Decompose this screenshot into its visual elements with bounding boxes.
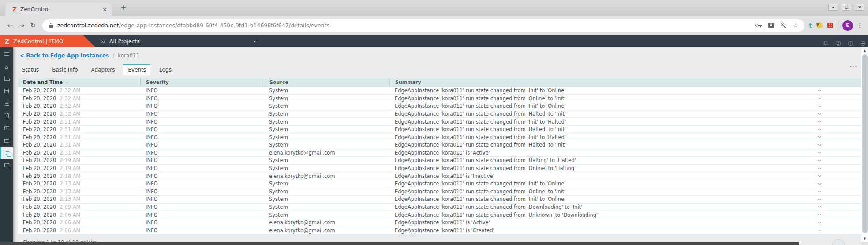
sidebar-item-box[interactable] (0, 85, 13, 97)
back-to-instances-link[interactable]: < Back to Edge App Instances (20, 53, 109, 59)
scroll-down-arrow-icon[interactable]: ▼ (861, 237, 868, 241)
date-text: Feb 20, 2020 (23, 196, 56, 202)
help-icon[interactable]: ? (848, 41, 853, 46)
red-x-extension-icon[interactable] (827, 23, 833, 28)
profile-avatar[interactable]: E (842, 20, 853, 31)
tab-adapters[interactable]: Adapters (87, 64, 120, 75)
browser-tab[interactable]: Z ZedControl × (5, 3, 112, 16)
tab-close-icon[interactable]: × (102, 6, 107, 13)
row-expand-chevron-icon[interactable] (818, 152, 821, 153)
row-expand-chevron-icon[interactable] (818, 129, 821, 130)
bell-icon[interactable] (823, 39, 828, 48)
column-header-source[interactable]: Source (264, 78, 389, 87)
sidebar-item-node[interactable] (0, 72, 13, 85)
vertical-scrollbar[interactable]: ▲ ▼ (861, 47, 868, 242)
user-circle-icon[interactable] (836, 41, 841, 46)
project-selector[interactable]: All Projects ▾ (101, 35, 256, 47)
tab-basic-info[interactable]: Basic Info (48, 64, 82, 75)
close-button[interactable]: × (855, 4, 864, 11)
row-expand-chevron-icon[interactable] (818, 206, 821, 207)
row-expand-chevron-icon[interactable] (818, 106, 821, 107)
row-expand-chevron-icon[interactable] (818, 199, 821, 200)
extension-t-icon[interactable]: t (809, 22, 812, 30)
tab-events[interactable]: Events (123, 64, 150, 75)
row-expand-chevron-icon[interactable] (818, 230, 821, 231)
table-row: Feb 20, 20202:31 AMINFOSystemEdgeAppInst… (18, 118, 861, 126)
cell-severity: INFO (140, 165, 264, 171)
cell-severity: INFO (140, 188, 264, 195)
cell-datetime: Feb 20, 20202:18 AM (18, 173, 140, 179)
cell-expand (817, 183, 861, 185)
table-row: Feb 20, 20202:13 AMINFOSystemEdgeAppInst… (18, 180, 861, 188)
cell-datetime: Feb 20, 20202:31 AM (18, 119, 140, 125)
cell-severity: INFO (140, 95, 264, 102)
sidebar-item-image[interactable] (0, 122, 13, 134)
globe-icon[interactable] (861, 41, 865, 46)
column-header-datetime[interactable]: Date and Time (18, 78, 140, 87)
sidebar-item-clipboard[interactable] (0, 109, 13, 122)
time-text: 2:19 AM (60, 165, 80, 171)
scroll-up-arrow-icon[interactable]: ▲ (861, 49, 868, 53)
time-text: 2:09 AM (60, 204, 80, 210)
cell-datetime: Feb 20, 20202:19 AM (18, 157, 140, 163)
table-row: Feb 20, 20202:18 AMINFOelena.korytko@gma… (18, 172, 861, 180)
row-expand-chevron-icon[interactable] (818, 168, 821, 169)
row-expand-chevron-icon[interactable] (818, 222, 821, 223)
row-expand-chevron-icon[interactable] (818, 136, 821, 138)
reload-icon[interactable]: ↻ (27, 22, 39, 30)
row-expand-chevron-icon[interactable] (818, 144, 821, 146)
sidebar-item-window[interactable] (0, 134, 13, 147)
home-icon (5, 62, 8, 71)
url-text: zedcontrol.zededa.net/edge-app-instances… (57, 22, 329, 29)
maximize-button[interactable]: □ (842, 4, 851, 11)
table-row: Feb 20, 20202:32 AMINFOSystemEdgeAppInst… (18, 87, 861, 95)
time-text: 2:31 AM (60, 134, 80, 140)
password-key-icon[interactable] (755, 23, 762, 27)
row-expand-chevron-icon[interactable] (818, 214, 821, 215)
page-body: < Back to Edge App Instances / kora011 .… (0, 47, 868, 245)
more-options-button[interactable]: ... (849, 62, 857, 68)
column-header-severity[interactable]: Severity (140, 78, 264, 87)
new-tab-button[interactable]: + (118, 4, 129, 11)
sidebar-item-home[interactable] (0, 60, 13, 72)
cell-source: elena.korytko@gmail.com (264, 150, 389, 156)
cell-datetime: Feb 20, 20202:31 AM (18, 126, 140, 132)
horizontal-scrollbar-thumb[interactable] (0, 242, 799, 245)
row-expand-chevron-icon[interactable] (818, 160, 821, 161)
tab-status[interactable]: Status (18, 64, 43, 75)
sidebar-item-panel[interactable] (0, 159, 13, 171)
row-expand-chevron-icon[interactable] (818, 121, 821, 122)
browser-menu-icon[interactable]: ⋮ (856, 22, 864, 29)
table-row: Feb 20, 20202:06 AMINFOelena.korytko@gma… (18, 226, 861, 234)
vertical-scrollbar-thumb[interactable] (862, 54, 868, 233)
date-text: Feb 20, 2020 (23, 204, 56, 210)
back-icon[interactable]: ← (4, 22, 16, 30)
row-expand-chevron-icon[interactable] (818, 183, 821, 185)
minimize-button[interactable]: – (828, 4, 838, 11)
cell-source: System (264, 119, 389, 125)
forward-icon[interactable]: → (16, 22, 27, 30)
menu-icon (4, 52, 9, 56)
cell-severity: INFO (140, 173, 264, 179)
bookmark-star-icon[interactable]: ☆ (793, 23, 799, 29)
row-expand-chevron-icon[interactable] (818, 98, 821, 99)
translate-icon[interactable]: A (768, 23, 774, 28)
url-bar[interactable]: zedcontrol.zededa.net/edge-app-instances… (42, 19, 804, 32)
time-text: 2:31 AM (60, 119, 80, 125)
cell-expand (817, 191, 861, 192)
row-expand-chevron-icon[interactable] (818, 175, 821, 177)
sidebar-item-layers[interactable] (0, 147, 13, 159)
column-header-summary[interactable]: Summary (389, 78, 817, 87)
browser-toolbar: ← → ↻ zedcontrol.zededa.net/edge-app-ins… (0, 16, 868, 35)
cell-summary: EdgeAppInstance 'kora011' run state chan… (389, 126, 817, 132)
broom-extension-icon[interactable] (816, 22, 823, 29)
row-expand-chevron-icon[interactable] (818, 191, 821, 192)
zoom-out-icon[interactable] (781, 23, 786, 28)
row-expand-chevron-icon[interactable] (818, 113, 821, 115)
tab-logs[interactable]: Logs (155, 64, 176, 75)
horizontal-scrollbar[interactable] (0, 242, 861, 245)
sidebar-item-tray[interactable] (0, 97, 13, 109)
row-expand-chevron-icon[interactable] (818, 90, 821, 91)
main-content: < Back to Edge App Instances / kora011 .… (13, 47, 868, 245)
sidebar-item-menu[interactable] (0, 48, 13, 60)
